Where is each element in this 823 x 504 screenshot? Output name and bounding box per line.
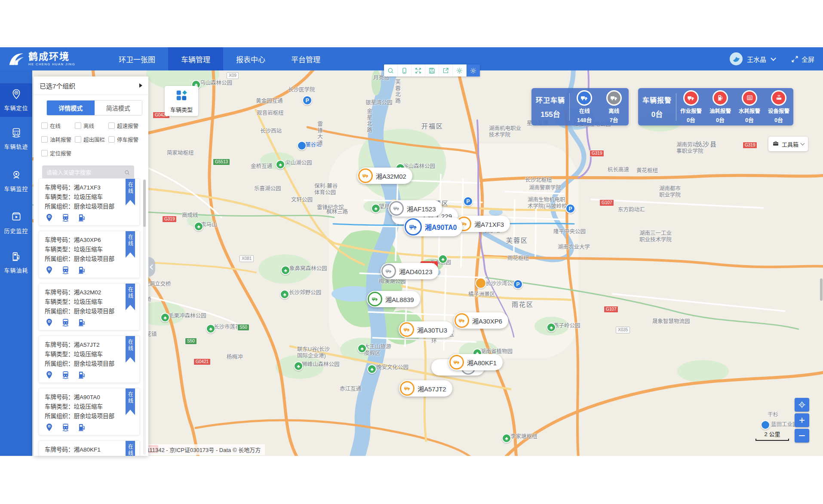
place-label: 银星湾公园: [365, 100, 393, 106]
zoom-in-button[interactable]: +: [795, 413, 809, 427]
pin-icon: [11, 89, 22, 101]
user-name[interactable]: 王水晶: [747, 55, 766, 64]
filter-checkbox-5[interactable]: 停车报警: [108, 135, 142, 144]
road-badge: G107: [604, 306, 618, 313]
fuel-vehicle-icon[interactable]: [77, 318, 86, 329]
map-expand-button[interactable]: [412, 64, 425, 76]
map-export-button[interactable]: [439, 64, 453, 76]
map-vehicle-marker-湘A57JT2[interactable]: 湘A57JT2: [399, 380, 452, 397]
fuel-vehicle-icon[interactable]: [77, 213, 86, 224]
locate-icon: [798, 400, 806, 409]
left-nav-rail: 车辆定位车辆轨迹车辆监控历史监控车辆油耗: [0, 70, 32, 456]
fuel-vehicle-icon[interactable]: [77, 423, 86, 434]
road-badge: X035: [616, 327, 630, 333]
map-vehicle-marker-湘A30XP6[interactable]: 湘A30XP6: [454, 312, 508, 329]
sidebar-item-3[interactable]: 历史监控: [0, 206, 32, 240]
map-vehicle-marker-湘AF1523[interactable]: 湘AF1523: [388, 200, 442, 217]
place-label: 长沙郊野公园: [289, 290, 321, 296]
map-vehicle-marker-湘A32M02[interactable]: 湘A32M02: [357, 168, 412, 184]
tab-1[interactable]: 简洁模式: [95, 101, 142, 115]
nav-item-1[interactable]: 车辆管理: [168, 47, 223, 70]
road-badge: X081: [240, 255, 254, 262]
truck-status-icon: [381, 264, 396, 278]
place-label: 枫林三路: [326, 209, 348, 215]
fullscreen-button[interactable]: 全屏: [791, 55, 814, 64]
toolbox-button[interactable]: 工具箱: [768, 137, 808, 151]
vehicle-card-湘A71XF3[interactable]: 车牌号码：湘A71XF3车辆类型：垃圾压缩车所属组织：厨余垃圾项目部在线: [39, 178, 140, 226]
device-alarm-icon: [771, 90, 786, 106]
search-icon[interactable]: [124, 169, 130, 176]
map-vehicle-marker-湘AL8839[interactable]: 湘AL8839: [367, 291, 420, 307]
map-vehicle-marker-湘A71XF3[interactable]: 湘A71XF3: [456, 216, 510, 232]
panel-scrollbar-thumb[interactable]: [143, 180, 146, 227]
map-settings-button[interactable]: [453, 64, 467, 76]
place-label: 尖山湖公园: [285, 160, 312, 166]
place-label: 湖南三一工业 职业技术学院: [639, 230, 672, 243]
park-icon: ♣: [547, 323, 556, 332]
map-save-button[interactable]: [425, 64, 439, 76]
track-vehicle-icon[interactable]: [61, 423, 70, 434]
track-vehicle-icon[interactable]: [61, 266, 70, 276]
fuel-icon: [11, 251, 22, 264]
vehicle-card-湘A90TA0[interactable]: 车牌号码：湘A90TA0车辆类型：垃圾压缩车所属组织：厨余垃圾项目部在线: [39, 388, 140, 435]
locate-vehicle-icon[interactable]: [45, 423, 54, 434]
filter-checkbox-0[interactable]: 在线: [41, 122, 75, 130]
sidebar-item-2[interactable]: 车辆监控: [0, 164, 32, 198]
vehicle-card-湘A32M02[interactable]: 车牌号码：湘A32M02车辆类型：垃圾压缩车所属组织：厨余垃圾项目部在线: [39, 283, 140, 330]
filter-checkbox-6[interactable]: 定位报警: [41, 149, 75, 157]
place-label: 金桥互通: [251, 163, 272, 170]
map-zoom-search-button[interactable]: [384, 64, 398, 76]
user-avatar[interactable]: [730, 52, 743, 65]
filter-checkbox-3[interactable]: 油耗报警: [41, 135, 75, 144]
vehicle-card-湘A30XP6[interactable]: 车牌号码：湘A30XP6车辆类型：垃圾压缩车所属组织：厨余垃圾项目部在线: [39, 231, 140, 278]
poi-icon: [297, 141, 307, 150]
map-vehicle-marker-湘A80KF1[interactable]: 湘A80KF1: [448, 354, 503, 370]
nav-item-2[interactable]: 报表中心: [223, 47, 278, 70]
fuel-vehicle-icon[interactable]: [77, 370, 86, 381]
checkbox-icon: [41, 136, 48, 143]
sidebar-item-0[interactable]: 车辆定位: [0, 83, 32, 117]
track-vehicle-icon[interactable]: [61, 370, 70, 381]
map-vehicle-marker-湘A90TA0[interactable]: 湘A90TA0: [404, 217, 463, 236]
locate-vehicle-icon[interactable]: [45, 370, 54, 381]
map-settings-active-button[interactable]: [467, 64, 480, 76]
search-input[interactable]: [42, 169, 124, 176]
place-label: 杭长高速: [608, 167, 629, 173]
fuel-vehicle-icon[interactable]: [77, 266, 86, 276]
tab-0[interactable]: 详情模式: [47, 101, 95, 115]
alarm-stat-1: 油耗报警0台: [706, 90, 735, 124]
org-selector-row[interactable]: 已选7个组织: [34, 76, 148, 95]
locate-button[interactable]: [795, 398, 809, 412]
map-vehicle-marker-湘AD40123[interactable]: 湘AD40123: [381, 263, 439, 279]
park-icon: ♣: [438, 254, 448, 264]
vehicle-card-湘A80KF1[interactable]: 车牌号码：湘A80KF1车辆类型：垃圾压缩车所属组织：厨余垃圾项目部在线: [39, 440, 140, 456]
video-icon: [11, 211, 22, 224]
place-label: 雨花区: [512, 301, 534, 308]
locate-vehicle-icon[interactable]: [45, 318, 54, 329]
map-device-button[interactable]: [398, 64, 412, 76]
filter-checkbox-2[interactable]: 超速报警: [108, 122, 142, 130]
nav-item-3[interactable]: 平台管理: [278, 47, 333, 70]
zoom-out-button[interactable]: −: [795, 429, 809, 443]
track-vehicle-icon[interactable]: [61, 213, 70, 224]
checkbox-icon: [41, 150, 48, 156]
track-vehicle-icon[interactable]: [61, 318, 70, 329]
vehicle-card-湘A57JT2[interactable]: 车牌号码：湘A57JT2车辆类型：垃圾压缩车所属组织：厨余垃圾项目部在线: [39, 336, 140, 383]
filter-checkbox-1[interactable]: 离线: [75, 122, 108, 130]
park-icon: ♣: [276, 160, 285, 169]
sidebar-item-4[interactable]: 车辆油耗: [0, 246, 32, 279]
truck-status-icon: [358, 168, 373, 183]
vehicle-type-icon: [175, 89, 188, 103]
nav-item-0[interactable]: 环卫一张图: [106, 47, 168, 70]
map-vehicle-marker-湘A30TU3[interactable]: 湘A30TU3: [399, 321, 453, 338]
vehicle-type-button[interactable]: 车辆类型: [165, 86, 198, 116]
locate-vehicle-icon[interactable]: [45, 213, 54, 224]
org-expand-arrow-icon[interactable]: [139, 83, 142, 88]
locate-vehicle-icon[interactable]: [45, 266, 54, 276]
filter-checkbox-4[interactable]: 超出围栏: [75, 135, 108, 144]
road-badge: G319: [590, 150, 604, 157]
panel-scrollbar: [143, 180, 146, 455]
sidebar-item-1[interactable]: 车辆轨迹: [0, 122, 32, 156]
user-menu-chevron-icon[interactable]: [771, 55, 776, 61]
page-scrollbar-thumb[interactable]: [820, 278, 823, 301]
